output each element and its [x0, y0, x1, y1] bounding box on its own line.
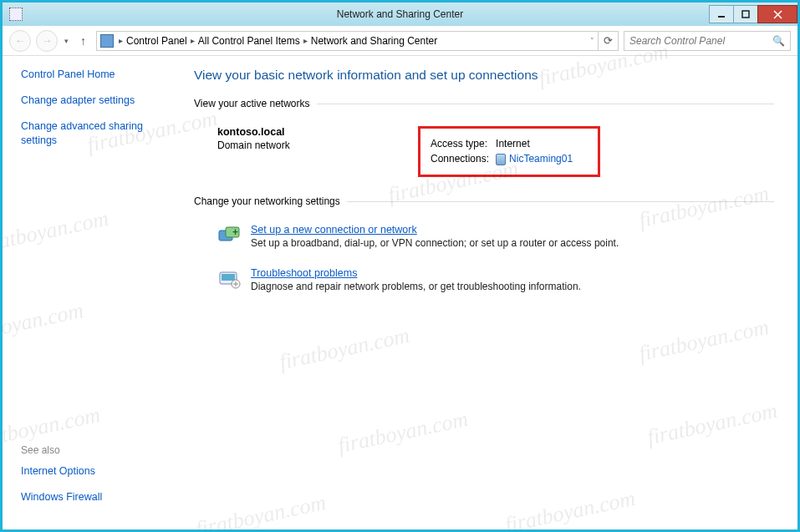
svg-rect-8	[222, 274, 235, 281]
adapter-icon	[496, 154, 506, 165]
breadcrumb-item[interactable]: Network and Sharing Center	[311, 35, 437, 47]
access-type-value: Internet	[496, 137, 578, 150]
minimize-button[interactable]	[709, 5, 734, 23]
network-name: kontoso.local	[217, 126, 418, 138]
connection-link[interactable]: NicTeaming01	[509, 153, 573, 165]
window-controls	[710, 5, 797, 23]
task-link-troubleshoot[interactable]: Troubleshoot problems	[251, 267, 357, 279]
access-type-label: Access type:	[431, 137, 494, 150]
title-bar: Network and Sharing Center	[3, 3, 797, 26]
page-heading: View your basic network information and …	[194, 68, 774, 83]
breadcrumb-bar[interactable]: ▸ Control Panel ▸ All Control Panel Item…	[96, 31, 619, 51]
active-network-block: kontoso.local Domain network Access type…	[194, 121, 774, 195]
task-row: Troubleshoot problems Diagnose and repai…	[194, 262, 774, 306]
see-also-link[interactable]: Windows Firewall	[21, 490, 174, 504]
see-also-label: See also	[21, 444, 174, 456]
breadcrumb-dropdown[interactable]: ˅	[589, 37, 596, 45]
sidebar-link[interactable]: Change adapter settings	[21, 94, 174, 108]
task-link-setup[interactable]: Set up a new connection or network	[251, 224, 417, 236]
history-dropdown[interactable]: ▾	[63, 37, 70, 45]
search-box[interactable]: 🔍	[624, 31, 791, 51]
content-area: Control Panel Home Change adapter settin…	[3, 56, 797, 529]
breadcrumb-separator: ▸	[302, 36, 309, 45]
close-button[interactable]	[757, 5, 797, 23]
sidebar: Control Panel Home Change adapter settin…	[3, 56, 182, 529]
search-icon: 🔍	[772, 35, 785, 47]
breadcrumb-separator: ▸	[117, 36, 125, 45]
task-desc: Diagnose and repair network problems, or…	[251, 281, 581, 292]
section-active-networks: View your active networks	[194, 98, 317, 109]
navigation-bar: ← → ▾ ↑ ▸ Control Panel ▸ All Control Pa…	[3, 26, 797, 56]
search-input[interactable]	[629, 35, 785, 47]
new-connection-icon: +	[217, 224, 241, 247]
sidebar-link[interactable]: Change advanced sharing settings	[21, 119, 174, 148]
section-change-settings: Change your networking settings	[194, 195, 347, 207]
breadcrumb-separator: ▸	[189, 36, 196, 45]
refresh-button[interactable]: ⟳	[598, 31, 618, 51]
svg-rect-1	[742, 11, 749, 18]
up-button[interactable]: ↑	[75, 34, 91, 48]
connections-label: Connections:	[431, 152, 494, 166]
forward-button[interactable]: →	[36, 30, 58, 52]
network-details-highlight: Access type: Internet Connections: NicTe…	[418, 126, 600, 177]
maximize-button[interactable]	[733, 5, 758, 23]
see-also-link[interactable]: Internet Options	[21, 464, 174, 479]
task-row: + Set up a new connection or network Set…	[194, 219, 774, 262]
task-desc: Set up a broadband, dial-up, or VPN conn…	[251, 237, 619, 249]
window-title: Network and Sharing Center	[3, 8, 797, 20]
breadcrumb-item[interactable]: All Control Panel Items	[198, 35, 300, 47]
main-panel: View your basic network information and …	[182, 56, 797, 529]
troubleshoot-icon	[217, 267, 241, 291]
system-icon	[9, 8, 23, 21]
control-panel-icon	[100, 34, 114, 48]
control-panel-home-link[interactable]: Control Panel Home	[21, 68, 174, 82]
breadcrumb-item[interactable]: Control Panel	[126, 35, 187, 47]
svg-text:+: +	[232, 226, 238, 238]
network-type: Domain network	[217, 139, 418, 151]
back-button[interactable]: ←	[9, 30, 31, 52]
